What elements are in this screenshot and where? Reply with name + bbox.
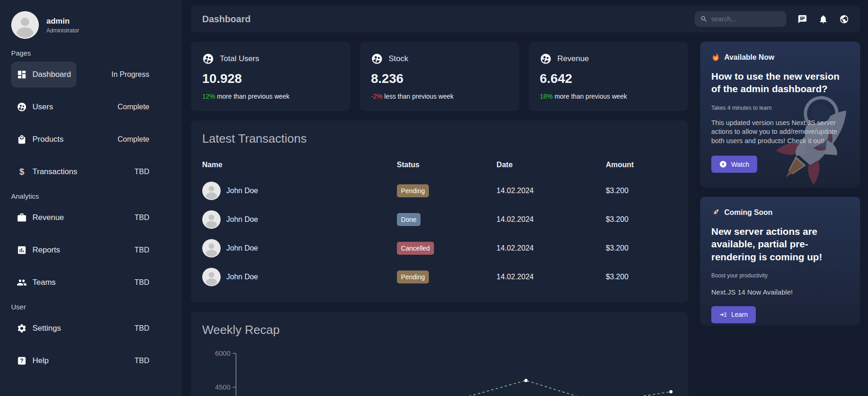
sidebar-item-tag: TBD — [134, 278, 149, 287]
user-role: Administrator — [46, 27, 79, 34]
play-circle-icon — [719, 160, 727, 168]
row-avatar — [202, 210, 221, 229]
stat-card-revenue[interactable]: Revenue 6.642 18% more than previous wee… — [529, 42, 688, 111]
sidebar-item-tag: Complete — [118, 103, 149, 111]
logout-button[interactable]: Logout — [11, 390, 149, 396]
sidebar-item-tag: In Progress — [111, 70, 149, 79]
learn-button[interactable]: Learn — [711, 306, 756, 323]
promo-title: How to use the new version of the admin … — [711, 70, 849, 95]
people-icon — [17, 277, 27, 288]
sidebar-item-revenue[interactable]: Revenue — [11, 205, 70, 231]
gear-icon — [17, 323, 27, 333]
tx-amount: $3.200 — [606, 263, 677, 291]
sidebar-row-products: Products Complete — [11, 126, 149, 152]
promo-subtitle: Boost your productivity — [711, 272, 849, 279]
sidebar-item-label: Products — [32, 135, 64, 144]
svg-text:?: ? — [20, 358, 23, 364]
weekly-recap-line-chart: 01500300045006000SunMonTueWedThuFriSat — [202, 347, 677, 396]
promo-badge: Coming Soon — [711, 208, 849, 217]
chat-icon[interactable] — [798, 14, 807, 24]
svg-text:6000: 6000 — [215, 349, 230, 357]
flame-icon — [711, 53, 720, 62]
navbar-icons — [798, 14, 849, 24]
search-input[interactable] — [711, 15, 776, 23]
sidebar-item-tag: Complete — [118, 135, 149, 144]
search-box — [695, 11, 786, 27]
transactions-title: Latest Transactions — [202, 132, 677, 146]
sidebar-item-label: Help — [32, 356, 49, 365]
coming-soon-card: Coming Soon New server actions are avail… — [700, 197, 860, 326]
tx-amount: $3.200 — [606, 205, 677, 234]
table-row: John Doe Pending 14.02.2024 $3.200 — [202, 176, 677, 205]
promo-subtitle: Takes 4 minutes to learn — [711, 105, 849, 111]
user-name: admin — [46, 17, 79, 26]
sidebar-item-dashboard[interactable]: Dashboard — [11, 62, 77, 88]
learn-button-label: Learn — [731, 311, 748, 318]
read-more-icon — [719, 311, 727, 319]
stat-change: -2% — [371, 93, 383, 100]
users-circle-icon — [202, 53, 214, 65]
column-header-amount: Amount — [606, 156, 677, 176]
sidebar-item-label: Dashboard — [32, 70, 71, 79]
stat-change: 18% — [540, 93, 553, 100]
sidebar-item-transactions[interactable]: $ Transactions — [11, 159, 83, 185]
sidebar-user: admin Administrator — [11, 11, 149, 39]
top-navbar: Dashboard — [191, 6, 860, 32]
tx-date: 14.02.2024 — [497, 263, 606, 291]
status-badge: Cancelled — [397, 242, 434, 255]
stat-note: 18% more than previous week — [540, 93, 677, 100]
sidebar-item-tag: TBD — [134, 357, 149, 365]
sidebar-item-tag: TBD — [134, 214, 149, 222]
sidebar-row-revenue: Revenue TBD — [11, 205, 149, 231]
available-now-card: Available Now How to use the new version… — [700, 42, 860, 188]
users-circle-icon — [17, 102, 27, 112]
promo-note: Next.JS 14 Now Available! — [711, 288, 849, 296]
promo-badge: Available Now — [711, 53, 849, 62]
sidebar-item-users[interactable]: Users — [11, 94, 58, 120]
sidebar-item-label: Teams — [32, 278, 56, 287]
tx-name: John Doe — [226, 187, 258, 195]
stat-note: -2% less than previous week — [371, 93, 508, 100]
sidebar-item-reports[interactable]: Reports — [11, 237, 66, 263]
promo-description: This updated version uses Next.JS server… — [711, 119, 849, 146]
sidebar-item-label: Revenue — [32, 213, 64, 222]
sidebar-row-transactions: $ Transactions TBD — [11, 159, 149, 185]
sidebar-row-reports: Reports TBD — [11, 237, 149, 263]
chart-title: Weekly Recap — [202, 323, 677, 337]
status-badge: Done — [397, 213, 421, 226]
column-header-date: Date — [497, 156, 606, 176]
notifications-bell-icon[interactable] — [818, 14, 828, 24]
briefcase-icon — [17, 213, 27, 223]
row-avatar — [202, 239, 221, 258]
help-icon: ? — [17, 356, 27, 366]
sidebar-item-label: Transactions — [32, 167, 77, 176]
sidebar-row-users: Users Complete — [11, 94, 149, 120]
row-avatar — [202, 268, 221, 286]
sidebar-item-label: Settings — [32, 324, 61, 333]
sidebar-section-title-user: User — [11, 303, 149, 311]
users-circle-icon — [371, 53, 383, 65]
sidebar-item-teams[interactable]: Teams — [11, 270, 61, 295]
user-identity: admin Administrator — [46, 17, 79, 34]
globe-icon[interactable] — [839, 14, 849, 24]
sidebar-item-help[interactable]: ? Help — [11, 348, 54, 374]
sidebar-item-label: Users — [32, 102, 53, 112]
right-column: Available Now How to use the new version… — [700, 42, 860, 396]
stat-card-stock[interactable]: Stock 8.236 -2% less than previous week — [360, 42, 519, 111]
table-header-row: Name Status Date Amount — [202, 156, 677, 176]
sidebar-item-products[interactable]: Products — [11, 126, 69, 152]
sidebar-item-settings[interactable]: Settings — [11, 315, 66, 341]
sidebar-row-dashboard: Dashboard In Progress — [11, 62, 149, 88]
search-icon — [700, 15, 708, 23]
tx-name: John Doe — [226, 244, 258, 252]
table-row: John Doe Pending 14.02.2024 $3.200 — [202, 263, 677, 291]
status-badge: Pending — [397, 184, 429, 197]
stat-card-total-users[interactable]: Total Users 10.928 12% more than previou… — [191, 42, 351, 111]
stat-cards: Total Users 10.928 12% more than previou… — [191, 42, 688, 111]
stat-title: Total Users — [220, 54, 259, 63]
stat-change: 12% — [202, 93, 215, 100]
svg-text:4500: 4500 — [215, 383, 230, 391]
sidebar-section-title-analytics: Analytics — [11, 192, 149, 200]
transactions-table: Name Status Date Amount John Doe Pending… — [202, 156, 677, 291]
watch-button[interactable]: Watch — [711, 156, 757, 173]
